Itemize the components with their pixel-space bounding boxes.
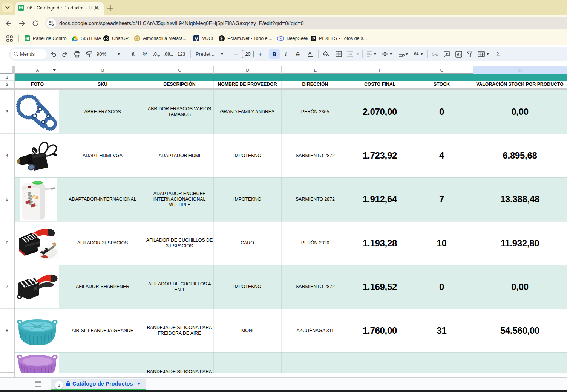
- svg-text:CE: CE: [32, 194, 39, 200]
- svg-text:A: A: [414, 51, 417, 56]
